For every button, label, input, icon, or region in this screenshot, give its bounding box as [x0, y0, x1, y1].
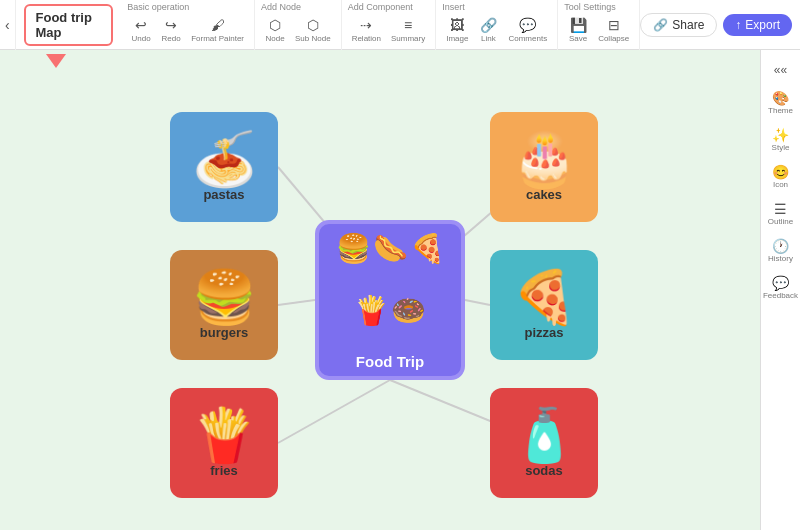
center-node[interactable]: 🍔 🌭 🍕 🍟 🍩 Food Trip	[315, 220, 465, 380]
share-icon: 🔗	[653, 18, 668, 32]
burgers-label: burgers	[200, 325, 248, 340]
title-text: Food trip Map	[36, 10, 92, 40]
back-button[interactable]: ‹	[0, 0, 16, 50]
collapse-icon: ⊟	[608, 16, 620, 34]
image-button[interactable]: 🖼 Image	[442, 14, 472, 45]
fries-label: fries	[210, 463, 237, 478]
feedback-icon: 💬	[772, 275, 789, 291]
summary-icon: ≡	[404, 16, 412, 34]
basic-operation-group: Basic operation ↩ Undo ↪ Redo 🖌 Format P…	[121, 0, 255, 50]
link-button[interactable]: 🔗 Link	[474, 14, 502, 45]
export-icon: ↑	[735, 18, 741, 32]
comments-button[interactable]: 💬 Comments	[504, 14, 551, 45]
sidebar-item-outline[interactable]: ☰ Outline	[762, 197, 800, 230]
pastas-label: pastas	[203, 187, 244, 202]
svg-line-3	[465, 300, 490, 305]
sidebar-item-history[interactable]: 🕐 History	[762, 234, 800, 267]
center-food-display: 🍔 🌭 🍕 🍟 🍩	[325, 232, 455, 353]
node-cakes[interactable]: 🎂 cakes	[490, 112, 598, 222]
basic-operation-label: Basic operation	[127, 2, 189, 12]
sidebar-item-theme[interactable]: 🎨 Theme	[762, 86, 800, 119]
cakes-emoji: 🎂	[512, 133, 577, 185]
add-node-group: Add Node ⬡ Node ⬡ Sub Node	[255, 0, 342, 50]
tool-settings-group: Tool Settings 💾 Save ⊟ Collapse	[558, 0, 640, 50]
cakes-label: cakes	[526, 187, 562, 202]
outline-icon: ☰	[774, 201, 787, 217]
node-burgers[interactable]: 🍔 burgers	[170, 250, 278, 360]
redo-button[interactable]: ↪ Redo	[157, 14, 185, 45]
insert-label: Insert	[442, 2, 465, 12]
node-pizzas[interactable]: 🍕 pizzas	[490, 250, 598, 360]
export-label: Export	[745, 18, 780, 32]
sidebar-collapse-button[interactable]: ««	[769, 58, 793, 82]
icon-panel-icon: 😊	[772, 164, 789, 180]
svg-line-4	[278, 380, 390, 443]
document-title[interactable]: Food trip Map	[24, 4, 114, 46]
sodas-emoji: 🧴	[512, 409, 577, 461]
collapse-button[interactable]: ⊟ Collapse	[594, 14, 633, 45]
style-label: Style	[772, 143, 790, 152]
sub-node-icon: ⬡	[307, 16, 319, 34]
burgers-emoji: 🍔	[192, 271, 257, 323]
pastas-emoji: 🍝	[192, 133, 257, 185]
sidebar-item-style[interactable]: ✨ Style	[762, 123, 800, 156]
undo-button[interactable]: ↩ Undo	[127, 14, 155, 45]
redo-icon: ↪	[165, 16, 177, 34]
export-button[interactable]: ↑ Export	[723, 14, 792, 36]
node-sodas[interactable]: 🧴 sodas	[490, 388, 598, 498]
history-icon: 🕐	[772, 238, 789, 254]
icon-panel-label: Icon	[773, 180, 788, 189]
node-pastas[interactable]: 🍝 pastas	[170, 112, 278, 222]
sidebar-item-feedback[interactable]: 💬 Feedback	[762, 271, 800, 304]
format-painter-button[interactable]: 🖌 Format Painter	[187, 14, 248, 45]
theme-icon: 🎨	[772, 90, 789, 106]
feedback-label: Feedback	[763, 291, 798, 300]
save-button[interactable]: 💾 Save	[564, 14, 592, 45]
canvas[interactable]: 🍝 pastas 🎂 cakes 🍔 burgers 🍕 pizzas 🍟 fr…	[0, 50, 760, 530]
node-fries[interactable]: 🍟 fries	[170, 388, 278, 498]
comments-icon: 💬	[519, 16, 536, 34]
share-label: Share	[672, 18, 704, 32]
pizzas-emoji: 🍕	[512, 271, 577, 323]
format-painter-icon: 🖌	[211, 16, 225, 34]
relation-button[interactable]: ⇢ Relation	[348, 14, 385, 45]
sidebar-item-icon[interactable]: 😊 Icon	[762, 160, 800, 193]
tool-settings-label: Tool Settings	[564, 2, 616, 12]
share-button[interactable]: 🔗 Share	[640, 13, 717, 37]
center-label: Food Trip	[356, 353, 424, 370]
add-node-label: Add Node	[261, 2, 301, 12]
link-icon: 🔗	[480, 16, 497, 34]
insert-group: Insert 🖼 Image 🔗 Link 💬 Comments	[436, 0, 558, 50]
undo-icon: ↩	[135, 16, 147, 34]
toolbar-right: 🔗 Share ↑ Export	[640, 13, 800, 37]
save-icon: 💾	[570, 16, 587, 34]
right-sidebar: «« 🎨 Theme ✨ Style 😊 Icon ☰ Outline 🕐 Hi…	[760, 50, 800, 530]
sodas-label: sodas	[525, 463, 563, 478]
node-icon: ⬡	[269, 16, 281, 34]
summary-button[interactable]: ≡ Summary	[387, 14, 429, 45]
fries-emoji: 🍟	[192, 409, 257, 461]
title-arrow	[46, 54, 66, 68]
outline-label: Outline	[768, 217, 793, 226]
theme-label: Theme	[768, 106, 793, 115]
image-icon: 🖼	[450, 16, 464, 34]
history-label: History	[768, 254, 793, 263]
sub-node-button[interactable]: ⬡ Sub Node	[291, 14, 335, 45]
svg-line-2	[278, 300, 315, 305]
toolbar: ‹ Food trip Map Basic operation ↩ Undo ↪…	[0, 0, 800, 50]
pizzas-label: pizzas	[524, 325, 563, 340]
style-icon: ✨	[772, 127, 789, 143]
node-button[interactable]: ⬡ Node	[261, 14, 289, 45]
add-component-group: Add Component ⇢ Relation ≡ Summary	[342, 0, 437, 50]
relation-icon: ⇢	[360, 16, 372, 34]
add-component-label: Add Component	[348, 2, 413, 12]
